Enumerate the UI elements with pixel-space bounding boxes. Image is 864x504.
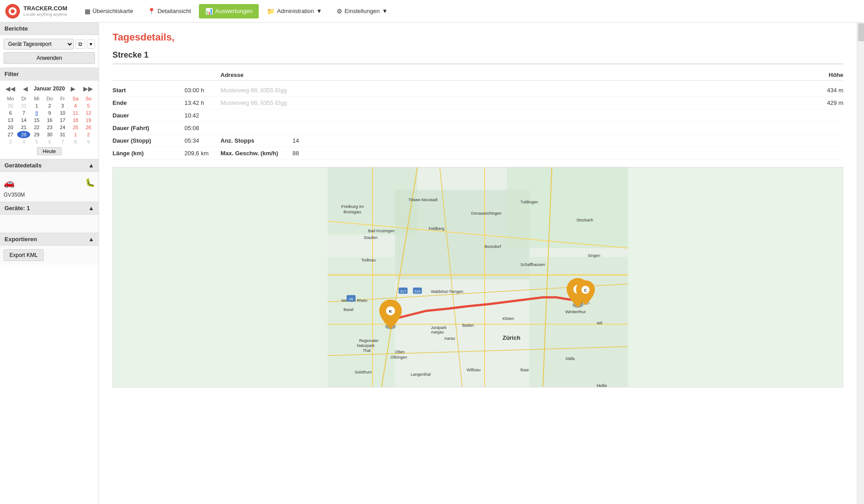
cal-week-3: 13 14 15 16 17 18 19: [4, 117, 95, 124]
layout: Berichte Gerät Tagesreport ⧉ ▾ Anwenden …: [0, 22, 864, 504]
cal-next[interactable]: ▶: [69, 84, 77, 93]
cal-day[interactable]: 31: [56, 131, 69, 138]
cal-prev-prev[interactable]: ◀◀: [4, 84, 17, 93]
map-container[interactable]: Freiburg im Breisgau Bad Krozingen Stauf…: [112, 167, 843, 387]
cal-prev[interactable]: ◀: [21, 84, 30, 93]
apply-button[interactable]: Anwenden: [4, 52, 95, 64]
cal-weekday-sa: Sa: [69, 95, 82, 102]
cal-weekday-do: Do: [43, 95, 56, 102]
device-settings-icon[interactable]: 🐛: [85, 178, 95, 188]
cal-day[interactable]: 3: [56, 102, 69, 109]
cal-weekday-di: Di: [17, 95, 30, 102]
cal-day[interactable]: 21: [17, 124, 30, 131]
cal-day[interactable]: 3: [4, 138, 17, 145]
geraete-header[interactable]: Geräte: 1 ▲: [0, 202, 99, 215]
svg-point-2: [11, 9, 15, 13]
cal-day[interactable]: 14: [17, 117, 30, 124]
cal-day[interactable]: 8: [30, 109, 43, 117]
svg-text:Langenthal: Langenthal: [411, 372, 431, 377]
cal-day[interactable]: 6: [43, 138, 56, 145]
report-select[interactable]: Gerät Tagesreport: [4, 39, 74, 50]
cal-day[interactable]: 31: [17, 102, 30, 109]
cal-week-5: 27 28 29 30 31 1 2: [4, 131, 95, 138]
map-icon: ▦: [85, 8, 90, 15]
nav-detailansicht[interactable]: 📍 Detailansicht: [141, 4, 197, 18]
report-copy-btn[interactable]: ⧉: [76, 40, 85, 49]
cal-weekday-so: So: [82, 95, 95, 102]
laenge-label: Länge (km): [112, 150, 184, 157]
cal-day[interactable]: 10: [56, 109, 69, 117]
cal-day[interactable]: 2: [43, 102, 56, 109]
cal-day[interactable]: 27: [4, 131, 17, 138]
svg-text:Stockach: Stockach: [576, 218, 593, 222]
cal-day[interactable]: 6: [4, 109, 17, 117]
start-address: Musterweg 88, 8355 Elgg: [220, 87, 807, 94]
nav-administration[interactable]: 📁 Administration ▼: [261, 4, 328, 18]
cal-day[interactable]: 1: [69, 131, 82, 138]
export-kml-button[interactable]: Export KML: [4, 249, 44, 261]
cal-day[interactable]: 8: [69, 138, 82, 145]
svg-text:Wil: Wil: [597, 321, 602, 325]
dauer-label: Dauer: [112, 112, 184, 119]
cal-day[interactable]: 15: [30, 117, 43, 124]
cal-weekday-mo: Mo: [4, 95, 17, 102]
cal-day[interactable]: 24: [56, 124, 69, 131]
cal-day-selected[interactable]: 28: [17, 131, 30, 138]
cal-week-6: 3 4 5 6 7 8 9: [4, 138, 95, 145]
nav-einstellungen[interactable]: ⚙ Einstellungen ▼: [330, 4, 394, 18]
ende-label: Ende: [112, 99, 184, 106]
cal-day[interactable]: 4: [17, 138, 30, 145]
cal-day[interactable]: 7: [56, 138, 69, 145]
report-select-row: Gerät Tagesreport ⧉ ▾: [4, 39, 95, 50]
cal-day[interactable]: 23: [43, 124, 56, 131]
cal-day[interactable]: 26: [82, 124, 95, 131]
collapse-icon-2: ▲: [88, 205, 94, 212]
heute-row: Heute: [4, 147, 95, 155]
cal-day[interactable]: 19: [82, 117, 95, 124]
svg-text:Naturpark: Naturpark: [357, 343, 375, 348]
cal-weekday-fr: Fr: [56, 95, 69, 102]
scrollbar[interactable]: [857, 22, 864, 504]
geraetedetails-header[interactable]: Gerätedetails ▲: [0, 159, 99, 172]
cal-day[interactable]: 22: [30, 124, 43, 131]
cal-day[interactable]: 2: [82, 131, 95, 138]
exportieren-header[interactable]: Exportieren ▲: [0, 233, 99, 246]
svg-rect-8: [530, 257, 628, 387]
cal-day[interactable]: 25: [69, 124, 82, 131]
cal-next-next[interactable]: ▶▶: [81, 84, 95, 93]
heute-button[interactable]: Heute: [37, 147, 62, 155]
cal-day[interactable]: 4: [69, 102, 82, 109]
cal-day[interactable]: 16: [43, 117, 56, 124]
cal-day[interactable]: 13: [4, 117, 17, 124]
cal-day[interactable]: 29: [30, 131, 43, 138]
cal-day[interactable]: 30: [4, 102, 17, 109]
report-dropdown-btn[interactable]: ▾: [87, 40, 95, 49]
cal-day[interactable]: 18: [69, 117, 82, 124]
cal-day[interactable]: 30: [43, 131, 56, 138]
cal-day[interactable]: 11: [69, 109, 82, 117]
ende-time: 13:42 h: [184, 99, 220, 106]
cal-day[interactable]: 5: [82, 102, 95, 109]
cal-day[interactable]: 5: [30, 138, 43, 145]
exportieren-content: Export KML: [0, 246, 99, 265]
nav-ubersichtskarte[interactable]: ▦ Übersichtskarte: [78, 4, 140, 18]
cal-day[interactable]: 17: [56, 117, 69, 124]
svg-text:Jurapark: Jurapark: [431, 325, 446, 330]
cal-day[interactable]: 9: [43, 109, 56, 117]
content-inner: Tagesdetails, Strecke 1 Adresse Höhe Sta…: [99, 22, 857, 504]
svg-text:Freiburg im: Freiburg im: [341, 204, 364, 209]
chevron-down-icon2: ▼: [382, 8, 388, 14]
cal-day[interactable]: 1: [30, 102, 43, 109]
cal-day[interactable]: 12: [82, 109, 95, 117]
cal-day[interactable]: 20: [4, 124, 17, 131]
dauer-fahrt-value: 05:08: [184, 125, 220, 131]
svg-text:C: C: [584, 288, 587, 292]
cal-day[interactable]: 9: [82, 138, 95, 145]
ende-address: Musterweg 88, 8355 Elgg: [220, 99, 807, 106]
start-height: 434 m: [807, 87, 843, 94]
svg-rect-6: [507, 167, 628, 248]
svg-text:Staufen: Staufen: [364, 235, 378, 240]
main-content: Tagesdetails, Strecke 1 Adresse Höhe Sta…: [99, 22, 857, 504]
cal-day[interactable]: 7: [17, 109, 30, 117]
nav-auswertungen[interactable]: 📊 Auswertungen: [199, 4, 259, 18]
